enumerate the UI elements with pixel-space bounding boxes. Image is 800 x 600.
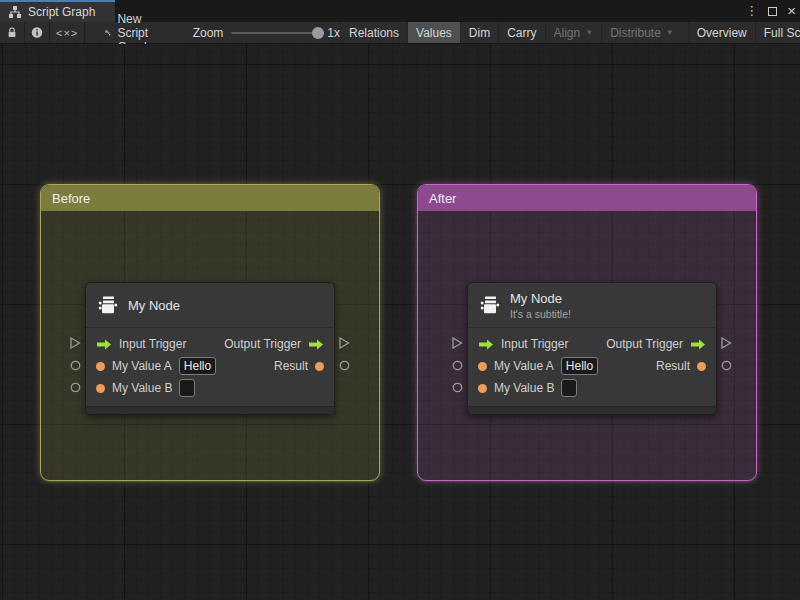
relations-label: Relations (349, 26, 399, 40)
zoom-control: Zoom 1x (193, 22, 340, 43)
toolbar-actions: Relations Values Dim Carry Align ▼ Distr… (340, 22, 800, 43)
port-row-triggers: Input Trigger Output Trigger (468, 333, 716, 355)
carry-button[interactable]: Carry (498, 22, 544, 43)
ext-value-a-port[interactable] (70, 360, 81, 371)
input-trigger-port[interactable] (478, 339, 494, 350)
lock-icon (6, 26, 18, 39)
group-after-title: After (429, 191, 456, 206)
maximize-icon[interactable] (768, 7, 777, 16)
value-b-input[interactable] (179, 379, 195, 397)
values-button[interactable]: Values (407, 22, 460, 43)
node-after[interactable]: My Node It's a subtitle! Input Trigger O… (467, 282, 717, 415)
node-before-body: Input Trigger Output Trigger My Value A … (86, 327, 334, 403)
ext-result-port[interactable] (721, 360, 732, 371)
code-view-button[interactable]: <×> (50, 22, 84, 43)
ext-input-trigger-port[interactable] (69, 337, 81, 349)
info-icon (31, 26, 43, 39)
output-trigger-port[interactable] (308, 339, 324, 350)
node-after-body: Input Trigger Output Trigger My Value A … (468, 327, 716, 403)
overview-label: Overview (697, 26, 747, 40)
hierarchy-icon (8, 5, 22, 19)
output-trigger-label: Output Trigger (224, 337, 301, 351)
close-icon[interactable]: × (787, 0, 796, 22)
port-row-value-b: My Value B (86, 377, 334, 399)
code-icon: <×> (56, 27, 78, 39)
ext-value-b-port[interactable] (70, 382, 81, 393)
value-a-port[interactable] (96, 362, 105, 371)
dim-button[interactable]: Dim (460, 22, 498, 43)
result-port[interactable] (697, 362, 706, 371)
port-row-value-a: My Value A Hello Result (468, 355, 716, 377)
output-trigger-port[interactable] (690, 339, 706, 350)
values-label: Values (416, 26, 452, 40)
graph-icon (105, 26, 111, 40)
chevron-down-icon: ▼ (666, 28, 674, 37)
port-row-value-b: My Value B (468, 377, 716, 399)
value-b-input[interactable] (561, 379, 577, 397)
zoom-label: Zoom (193, 26, 224, 40)
ext-input-trigger-port[interactable] (451, 337, 463, 349)
node-before-footer (86, 406, 334, 414)
value-a-label: My Value A (112, 359, 172, 373)
node-subtitle: It's a subtitle! (510, 308, 571, 320)
align-label: Align (554, 26, 581, 40)
fullscreen-label: Full Scr (764, 26, 800, 40)
value-b-port[interactable] (478, 384, 487, 393)
node-before[interactable]: My Node Input Trigger Output Trigger (85, 282, 335, 415)
ext-result-port[interactable] (339, 360, 350, 371)
node-after-footer (468, 406, 716, 414)
ext-value-a-port[interactable] (452, 360, 463, 371)
ext-output-trigger-port[interactable] (338, 337, 350, 349)
graph-canvas[interactable]: Before After (0, 44, 800, 600)
input-trigger-label: Input Trigger (501, 337, 568, 351)
zoom-value: 1x (327, 26, 340, 40)
output-trigger-label: Output Trigger (606, 337, 683, 351)
graph-asset-button[interactable]: New Script Graph (97, 22, 166, 43)
value-a-label: My Value A (494, 359, 554, 373)
script-graph-window: Script Graph ⋮ × <×> (0, 0, 800, 600)
align-dropdown[interactable]: Align ▼ (545, 22, 602, 43)
zoom-slider-handle[interactable] (312, 27, 324, 39)
overview-button[interactable]: Overview (688, 22, 755, 43)
value-a-port[interactable] (478, 362, 487, 371)
ext-value-b-port[interactable] (452, 382, 463, 393)
node-title: My Node (510, 291, 571, 306)
node-before-header[interactable]: My Node (86, 283, 334, 327)
group-before-header[interactable]: Before (41, 185, 379, 211)
result-label: Result (656, 359, 690, 373)
relations-button[interactable]: Relations (340, 22, 407, 43)
value-a-input[interactable]: Hello (561, 357, 598, 375)
lock-button[interactable] (0, 22, 24, 43)
zoom-slider[interactable] (231, 32, 319, 34)
group-after-header[interactable]: After (418, 185, 756, 211)
port-row-triggers: Input Trigger Output Trigger (86, 333, 334, 355)
input-trigger-port[interactable] (96, 339, 112, 350)
node-after-header[interactable]: My Node It's a subtitle! (468, 283, 716, 327)
port-row-value-a: My Value A Hello Result (86, 355, 334, 377)
value-b-label: My Value B (494, 381, 554, 395)
tab-script-graph[interactable]: Script Graph (0, 0, 115, 22)
result-port[interactable] (315, 362, 324, 371)
result-label: Result (274, 359, 308, 373)
info-button[interactable] (25, 22, 49, 43)
node-title: My Node (128, 298, 180, 313)
ext-output-trigger-port[interactable] (720, 337, 732, 349)
value-b-port[interactable] (96, 384, 105, 393)
group-before-title: Before (52, 191, 90, 206)
separator (84, 22, 85, 43)
fullscreen-button[interactable]: Full Scr (755, 22, 800, 43)
dim-label: Dim (469, 26, 490, 40)
carry-label: Carry (507, 26, 536, 40)
distribute-dropdown[interactable]: Distribute ▼ (601, 22, 682, 43)
input-trigger-label: Input Trigger (119, 337, 186, 351)
graph-toolbar: <×> New Script Graph Zoom 1x Relations V… (0, 22, 800, 44)
value-b-label: My Value B (112, 381, 172, 395)
menu-icon[interactable]: ⋮ (745, 0, 758, 22)
tab-label: Script Graph (28, 5, 95, 19)
unit-node-icon (98, 295, 118, 315)
window-controls: ⋮ × (745, 0, 796, 22)
unit-node-icon (480, 295, 500, 315)
distribute-label: Distribute (610, 26, 661, 40)
chevron-down-icon: ▼ (585, 28, 593, 37)
value-a-input[interactable]: Hello (179, 357, 216, 375)
